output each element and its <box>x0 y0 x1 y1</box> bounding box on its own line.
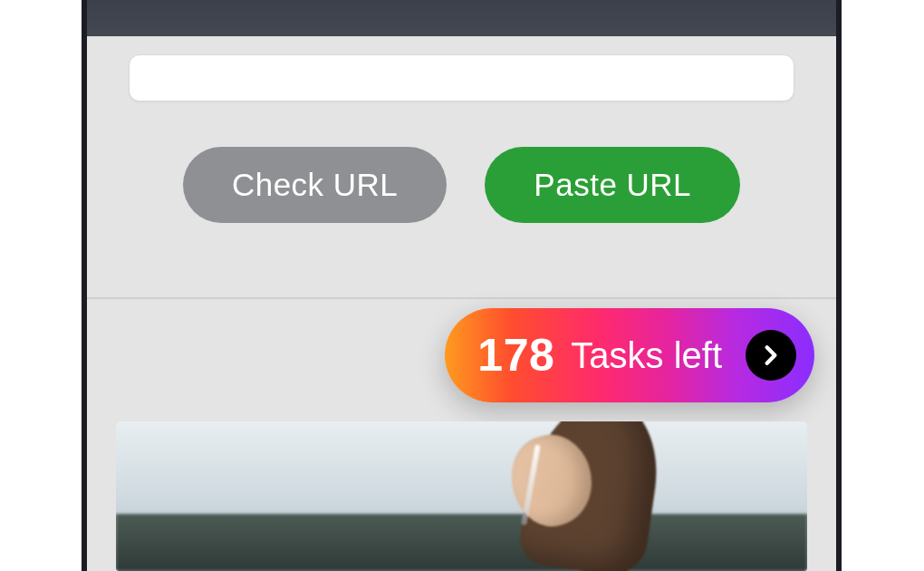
media-preview-image <box>116 421 807 571</box>
section-divider <box>87 297 836 299</box>
chevron-right-icon <box>746 330 796 381</box>
app-screenshot: Check URL Paste URL 178 Tasks left <box>0 0 924 571</box>
check-url-button[interactable]: Check URL <box>183 147 447 223</box>
button-row: Check URL Paste URL <box>87 147 836 223</box>
url-input-card[interactable] <box>129 54 794 102</box>
tasks-label: Tasks left <box>571 335 722 376</box>
paste-url-button[interactable]: Paste URL <box>485 147 740 223</box>
content-area: Check URL Paste URL 178 Tasks left <box>87 36 836 571</box>
tasks-count: 178 <box>477 329 554 382</box>
phone-frame: Check URL Paste URL 178 Tasks left <box>82 0 842 571</box>
status-bar <box>87 0 836 36</box>
tasks-left-pill[interactable]: 178 Tasks left <box>445 308 814 402</box>
